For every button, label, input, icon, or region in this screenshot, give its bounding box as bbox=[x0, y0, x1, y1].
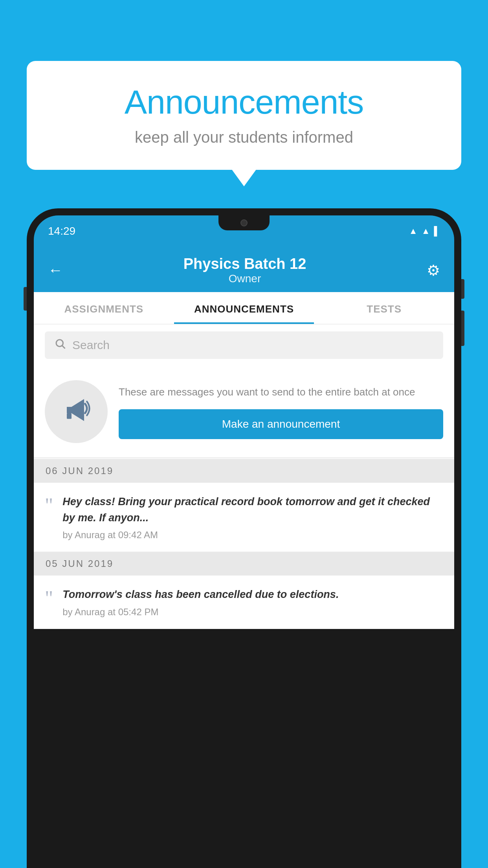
power-button-bottom bbox=[461, 311, 464, 346]
phone-outer: 14:29 ▲ ▲ ▌ ← Physics Batch 12 Owner ⚙ A… bbox=[27, 208, 461, 868]
announcement-text-1: Hey class! Bring your practical record b… bbox=[62, 494, 443, 526]
header-center: Physics Batch 12 Owner bbox=[183, 256, 306, 285]
status-time: 14:29 bbox=[48, 225, 75, 237]
speech-bubble: Announcements keep all your students inf… bbox=[27, 61, 461, 170]
svg-line-1 bbox=[62, 346, 65, 349]
announcement-text-2: Tomorrow's class has been cancelled due … bbox=[62, 587, 443, 603]
make-announcement-button[interactable]: Make an announcement bbox=[119, 409, 443, 439]
tab-assignments[interactable]: ASSIGNMENTS bbox=[34, 292, 174, 324]
tab-announcements[interactable]: ANNOUNCEMENTS bbox=[174, 292, 314, 324]
settings-button[interactable]: ⚙ bbox=[427, 262, 440, 279]
promo-icon-circle bbox=[45, 380, 108, 443]
search-container: Search bbox=[34, 324, 454, 366]
tabs-bar: ASSIGNMENTS ANNOUNCEMENTS TESTS bbox=[34, 292, 454, 324]
front-camera bbox=[240, 219, 248, 226]
announcement-content-1: Hey class! Bring your practical record b… bbox=[62, 494, 443, 541]
signal-icon: ▲ bbox=[422, 226, 430, 236]
promo-right: These are messages you want to send to t… bbox=[119, 384, 443, 439]
announcement-meta-2: by Anurag at 05:42 PM bbox=[62, 607, 443, 618]
phone-frame: 14:29 ▲ ▲ ▌ ← Physics Batch 12 Owner ⚙ A… bbox=[27, 208, 461, 868]
battery-icon: ▌ bbox=[434, 226, 440, 236]
svg-point-0 bbox=[56, 340, 63, 347]
back-button[interactable]: ← bbox=[48, 262, 63, 279]
announcement-promo: These are messages you want to send to t… bbox=[34, 366, 454, 458]
promo-description: These are messages you want to send to t… bbox=[119, 384, 443, 400]
tab-tests[interactable]: TESTS bbox=[314, 292, 454, 324]
announcement-content-2: Tomorrow's class has been cancelled due … bbox=[62, 587, 443, 618]
header-title: Physics Batch 12 bbox=[183, 256, 306, 272]
search-placeholder: Search bbox=[72, 338, 110, 352]
date-separator-1: 06 JUN 2019 bbox=[34, 459, 454, 483]
wifi-icon: ▲ bbox=[409, 226, 418, 236]
status-bar: 14:29 ▲ ▲ ▌ bbox=[34, 215, 454, 247]
announcement-meta-1: by Anurag at 09:42 AM bbox=[62, 530, 443, 541]
phone-notch bbox=[218, 215, 270, 230]
date-separator-2: 05 JUN 2019 bbox=[34, 552, 454, 576]
search-bar[interactable]: Search bbox=[45, 331, 443, 359]
status-icons: ▲ ▲ ▌ bbox=[409, 226, 440, 236]
speech-bubble-container: Announcements keep all your students inf… bbox=[27, 61, 461, 170]
speech-bubble-subtitle: keep all your students informed bbox=[50, 129, 438, 146]
megaphone-icon bbox=[61, 393, 92, 430]
announcement-item-2[interactable]: " Tomorrow's class has been cancelled du… bbox=[34, 576, 454, 629]
svg-rect-2 bbox=[67, 413, 72, 419]
announcement-item-1[interactable]: " Hey class! Bring your practical record… bbox=[34, 483, 454, 552]
volume-button bbox=[24, 287, 27, 311]
search-icon bbox=[54, 338, 66, 353]
phone-content: Search These are message bbox=[34, 324, 454, 629]
speech-bubble-title: Announcements bbox=[50, 83, 438, 121]
power-button-top bbox=[461, 279, 464, 299]
header-subtitle: Owner bbox=[183, 272, 306, 285]
quote-icon-1: " bbox=[45, 495, 53, 516]
app-header: ← Physics Batch 12 Owner ⚙ bbox=[34, 247, 454, 292]
quote-icon-2: " bbox=[45, 588, 53, 609]
